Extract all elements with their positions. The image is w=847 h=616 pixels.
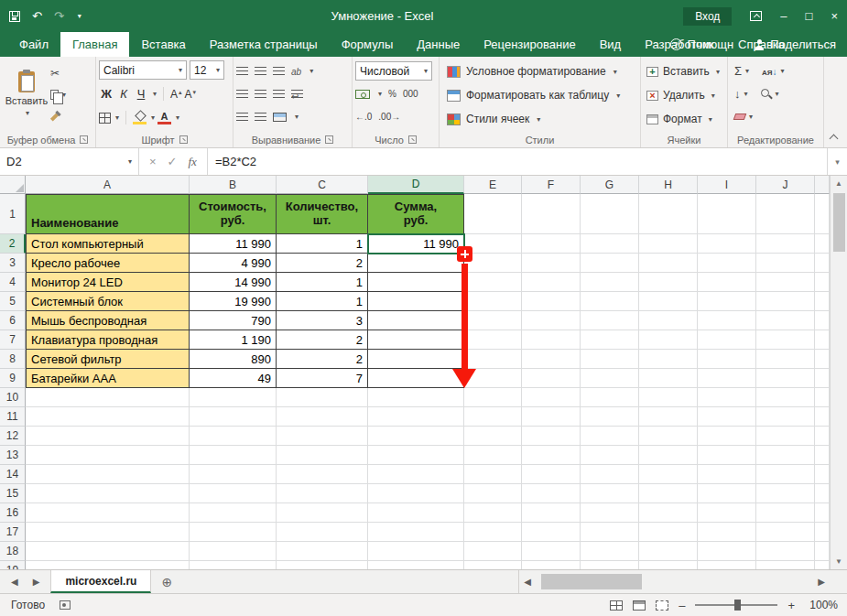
cell-A7[interactable]: Клавиатура проводная [26, 330, 190, 350]
cell-H19[interactable] [639, 561, 698, 569]
cell-D9[interactable] [368, 369, 464, 388]
cell-D13[interactable] [368, 446, 464, 465]
ribbon-tab-2[interactable]: Вставка [129, 32, 197, 57]
shrink-font-button[interactable]: А▾ [185, 88, 197, 101]
cell-H16[interactable] [639, 503, 698, 523]
cell-E11[interactable] [464, 407, 522, 427]
fill-button[interactable]: ↓▾ [734, 87, 748, 101]
percent-style-button[interactable]: % [388, 89, 396, 99]
cell-H2[interactable] [639, 234, 698, 254]
row-header-4[interactable]: 4 [0, 273, 26, 292]
conditional-formatting-button[interactable]: Условное форматирование ▾ [442, 59, 637, 83]
cell-I8[interactable] [698, 350, 756, 369]
cell-H9[interactable] [639, 369, 698, 388]
cell-C14[interactable] [277, 465, 368, 484]
cell-G3[interactable] [581, 254, 639, 273]
borders-icon[interactable] [99, 113, 111, 124]
cell-F12[interactable] [522, 427, 581, 446]
cell-B3[interactable]: 4 990 [190, 254, 277, 273]
collapse-ribbon-icon[interactable] [829, 133, 840, 142]
row-header-16[interactable]: 16 [0, 503, 26, 523]
cell-B18[interactable] [190, 542, 277, 561]
cell-H10[interactable] [639, 388, 698, 407]
cell-A15[interactable] [26, 484, 190, 503]
orientation-caret-icon[interactable]: ▾ [309, 67, 313, 75]
ribbon-tab-7[interactable]: Вид [588, 32, 634, 57]
minimize-button[interactable]: – [780, 10, 787, 22]
accounting-caret-icon[interactable]: ▾ [378, 90, 382, 98]
font-color-icon[interactable]: А [157, 112, 171, 124]
cell-F13[interactable] [522, 446, 581, 465]
cell-G13[interactable] [581, 446, 639, 465]
cell-F8[interactable] [522, 350, 581, 369]
cell-B11[interactable] [190, 407, 277, 427]
redo-button[interactable]: ↷ [54, 10, 64, 22]
cell-E17[interactable] [464, 523, 522, 542]
cell-E14[interactable] [464, 465, 522, 484]
cell-E3[interactable] [464, 254, 522, 273]
cell-E7[interactable] [464, 330, 522, 350]
cell-C9[interactable]: 7 [277, 369, 368, 388]
cell-D6[interactable] [368, 311, 464, 330]
cell-H4[interactable] [639, 273, 698, 292]
cell-C7[interactable]: 2 [277, 330, 368, 350]
cell-I13[interactable] [698, 446, 756, 465]
cell-C5[interactable]: 1 [277, 292, 368, 311]
cell-I10[interactable] [698, 388, 756, 407]
cell-partial7[interactable] [815, 330, 830, 350]
cell-G7[interactable] [581, 330, 639, 350]
cell-A5[interactable]: Системный блок [26, 292, 190, 311]
row-header-13[interactable]: 13 [0, 446, 26, 465]
cell-B1[interactable]: Стоимость, руб. [190, 194, 277, 234]
cell-H11[interactable] [639, 407, 698, 427]
cell-F14[interactable] [522, 465, 581, 484]
alignment-dialog-launcher[interactable] [325, 135, 333, 144]
cell-I19[interactable] [698, 561, 756, 569]
merge-center-icon[interactable] [273, 113, 287, 122]
column-header-A[interactable]: A [26, 176, 190, 194]
cell-J2[interactable] [756, 234, 815, 254]
cell-B12[interactable] [190, 427, 277, 446]
cell-B9[interactable]: 49 [190, 369, 277, 388]
cell-J4[interactable] [756, 273, 815, 292]
cell-C3[interactable]: 2 [277, 254, 368, 273]
cell-I2[interactable] [698, 234, 756, 254]
column-header-B[interactable]: B [190, 176, 277, 194]
cell-I12[interactable] [698, 427, 756, 446]
increase-decimal-button[interactable]: ←.0 [355, 112, 372, 122]
cell-J15[interactable] [756, 484, 815, 503]
cell-A3[interactable]: Кресло рабочее [26, 254, 190, 273]
cell-A18[interactable] [26, 542, 190, 561]
cell-J17[interactable] [756, 523, 815, 542]
orientation-icon[interactable] [291, 65, 301, 78]
formula-input[interactable]: =B2*C2 [208, 148, 827, 175]
name-box[interactable]: D2 ▾ [0, 148, 139, 175]
cell-G10[interactable] [581, 388, 639, 407]
row-header-1[interactable]: 1 [0, 194, 26, 234]
horizontal-scroll-track[interactable] [536, 570, 813, 593]
cell-I14[interactable] [698, 465, 756, 484]
column-header-partial[interactable] [815, 176, 830, 194]
page-break-view-icon[interactable] [656, 600, 668, 611]
column-header-F[interactable]: F [522, 176, 581, 194]
cell-partial13[interactable] [815, 446, 830, 465]
expand-formula-bar-icon[interactable]: ▾ [827, 148, 847, 175]
cell-E2[interactable] [464, 234, 522, 254]
increase-indent-icon[interactable] [255, 113, 266, 122]
cell-G11[interactable] [581, 407, 639, 427]
cell-C6[interactable]: 3 [277, 311, 368, 330]
cell-D15[interactable] [368, 484, 464, 503]
cell-B2[interactable]: 11 990 [190, 234, 277, 254]
column-header-H[interactable]: H [639, 176, 698, 194]
cell-partial4[interactable] [815, 273, 830, 292]
ribbon-tab-0[interactable]: Файл [7, 32, 60, 57]
cell-D7[interactable] [368, 330, 464, 350]
cell-H3[interactable] [639, 254, 698, 273]
cell-F9[interactable] [522, 369, 581, 388]
cell-J11[interactable] [756, 407, 815, 427]
cell-D12[interactable] [368, 427, 464, 446]
row-header-19[interactable]: 19 [0, 561, 26, 569]
cell-partial16[interactable] [815, 503, 830, 523]
cell-I1[interactable] [698, 194, 756, 234]
cell-J3[interactable] [756, 254, 815, 273]
